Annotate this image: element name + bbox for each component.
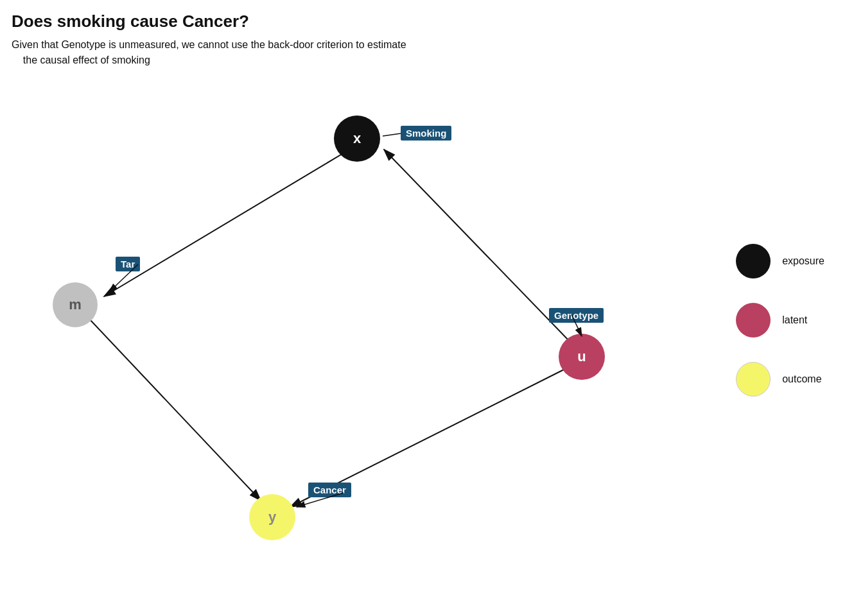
legend-circle-outcome (736, 362, 771, 397)
node-u[interactable]: u (559, 334, 605, 380)
svg-line-1 (104, 153, 344, 296)
node-m-label: m (69, 296, 82, 313)
diagram-arrows (0, 0, 863, 616)
legend-item-latent: latent (736, 303, 824, 338)
label-lines (0, 0, 863, 616)
legend-label-latent: latent (782, 314, 807, 326)
legend-item-exposure: exposure (736, 244, 824, 278)
legend-circle-latent (736, 303, 771, 338)
node-y-label: y (268, 509, 276, 526)
page-title: Does smoking cause Cancer? (12, 12, 249, 31)
node-x-label: x (353, 130, 361, 147)
legend: exposure latent outcome (736, 244, 824, 421)
node-u-label: u (577, 348, 586, 365)
node-x[interactable]: x (334, 116, 380, 162)
label-tar: Tar (116, 257, 140, 271)
node-m[interactable]: m (53, 282, 98, 327)
node-y[interactable]: y (249, 494, 295, 540)
legend-label-outcome: outcome (782, 373, 821, 385)
page-subtitle: Given that Genotype is unmeasured, we ca… (12, 37, 406, 68)
label-cancer: Cancer (308, 483, 351, 497)
svg-line-3 (90, 320, 261, 501)
legend-item-outcome: outcome (736, 362, 824, 397)
legend-label-exposure: exposure (782, 255, 824, 267)
label-smoking: Smoking (401, 126, 451, 141)
svg-line-5 (383, 133, 401, 136)
legend-circle-exposure (736, 244, 771, 278)
svg-line-2 (384, 150, 571, 343)
label-genotype: Genotype (549, 308, 604, 323)
